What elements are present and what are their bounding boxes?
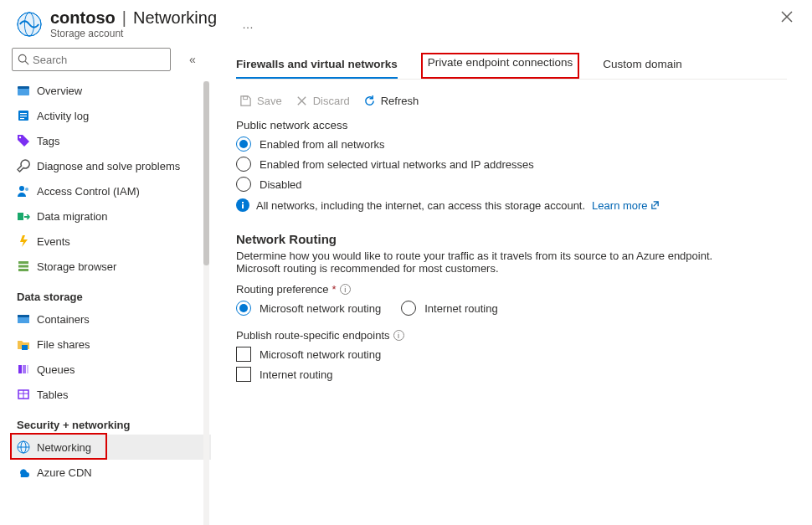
routing-pref-label: Routing preference (236, 283, 329, 296)
svg-rect-16 (18, 265, 28, 268)
public-access-label: Public network access (236, 119, 787, 131)
svg-rect-18 (18, 317, 29, 323)
networking-icon (17, 440, 30, 454)
sidebar-item-label: Queues (37, 363, 75, 376)
learn-more-link[interactable]: Learn more (592, 199, 660, 212)
queues-icon (17, 363, 30, 376)
svg-rect-20 (22, 345, 28, 350)
page-title: contoso | Networking (50, 8, 217, 28)
sidebar-item-tables[interactable]: Tables (12, 382, 211, 407)
file-shares-icon (17, 337, 30, 351)
sidebar-item-containers[interactable]: Containers (12, 306, 211, 332)
radio-all-networks[interactable]: Enabled from all networks (236, 136, 787, 152)
sidebar-item-events[interactable]: Events (12, 229, 211, 254)
overview-icon (17, 84, 30, 97)
account-name: contoso (50, 8, 116, 28)
svg-point-12 (19, 186, 24, 191)
sidebar-scrollbar-thumb[interactable] (203, 81, 209, 265)
radio-internet-routing[interactable]: Internet routing (401, 301, 497, 316)
checkbox-label: Internet routing (260, 368, 332, 381)
data-migration-icon (17, 209, 30, 223)
radio-ms-routing[interactable]: Microsoft network routing (236, 301, 381, 316)
svg-rect-8 (20, 113, 27, 114)
sidebar-item-label: Networking (37, 441, 91, 454)
sidebar-item-label: Containers (37, 313, 90, 326)
checkbox-label: Microsoft network routing (260, 348, 381, 361)
sidebar-item-queues[interactable]: Queues (12, 357, 211, 382)
radio-disabled[interactable]: Disabled (236, 177, 787, 192)
svg-rect-21 (18, 365, 22, 373)
svg-rect-6 (18, 86, 29, 89)
sidebar-item-label: Data migration (37, 210, 108, 223)
sidebar-item-tags[interactable]: Tags (12, 128, 211, 153)
discard-button[interactable]: Discard (296, 95, 350, 107)
close-button[interactable] (780, 10, 795, 25)
svg-rect-22 (23, 365, 26, 373)
svg-point-3 (18, 54, 26, 62)
radio-label: Enabled from selected virtual networks a… (260, 158, 534, 171)
sidebar-item-storage-browser[interactable]: Storage browser (12, 254, 211, 279)
sidebar-item-azure-cdn[interactable]: Azure CDN (12, 460, 211, 485)
info-tooltip-icon[interactable]: i (393, 330, 404, 341)
search-icon (18, 54, 29, 65)
learn-more-label: Learn more (592, 199, 647, 212)
save-button[interactable]: Save (239, 95, 282, 107)
sidebar-scrollbar[interactable] (203, 81, 209, 525)
svg-rect-33 (242, 202, 244, 203)
svg-rect-5 (18, 88, 29, 95)
svg-rect-9 (20, 116, 27, 116)
discard-label: Discard (313, 95, 350, 107)
sidebar-item-label: Access Control (IAM) (37, 185, 140, 198)
cdn-icon (17, 466, 30, 479)
sidebar-item-label: Tables (37, 389, 69, 401)
diagnose-icon (17, 159, 30, 172)
tab-custom-domain[interactable]: Custom domain (603, 54, 682, 79)
radio-selected-networks[interactable]: Enabled from selected virtual networks a… (236, 157, 787, 172)
sidebar-item-data-migration[interactable]: Data migration (12, 203, 211, 229)
radio-label: Disabled (260, 178, 302, 191)
group-data-storage: Data storage (12, 279, 211, 306)
svg-point-13 (25, 188, 28, 191)
svg-rect-32 (242, 204, 244, 208)
tab-private-endpoint[interactable]: Private endpoint connections (421, 53, 579, 79)
sidebar-item-label: Diagnose and solve problems (37, 160, 180, 172)
svg-point-11 (19, 136, 21, 138)
sidebar-item-label: Overview (37, 85, 82, 97)
radio-label: Enabled from all networks (260, 138, 385, 151)
iam-icon (17, 184, 30, 198)
sidebar-item-overview[interactable]: Overview (12, 78, 211, 103)
sidebar-item-networking[interactable]: Networking (12, 435, 211, 460)
search-input[interactable] (29, 54, 165, 66)
info-icon (236, 198, 249, 212)
search-input-wrapper[interactable] (12, 48, 171, 71)
refresh-button[interactable]: Refresh (363, 95, 419, 107)
storage-browser-icon (17, 260, 30, 273)
activity-log-icon (17, 109, 30, 122)
events-icon (17, 234, 30, 248)
collapse-sidebar-button[interactable]: « (189, 53, 196, 66)
sidebar-item-diagnose[interactable]: Diagnose and solve problems (12, 153, 211, 178)
tab-firewalls[interactable]: Firewalls and virtual networks (236, 54, 398, 79)
external-link-icon (650, 199, 660, 212)
sidebar-item-file-shares[interactable]: File shares (12, 332, 211, 357)
storage-account-icon (17, 12, 42, 37)
svg-rect-15 (18, 261, 28, 264)
radio-label: Internet routing (424, 302, 497, 315)
info-tooltip-icon[interactable]: i (340, 284, 351, 295)
containers-icon (17, 312, 30, 326)
sidebar-item-iam[interactable]: Access Control (IAM) (12, 178, 211, 203)
checkbox-internet-routing[interactable]: Internet routing (236, 367, 787, 382)
group-security-networking: Security + networking (12, 407, 211, 435)
page-subtitle: Storage account (50, 28, 217, 39)
discard-icon (296, 95, 308, 107)
routing-heading: Network Routing (236, 232, 787, 246)
info-text: All networks, including the internet, ca… (256, 199, 585, 212)
sidebar-item-label: Activity log (37, 110, 89, 122)
save-icon (239, 95, 252, 107)
svg-rect-10 (20, 118, 24, 119)
page-section: Networking (133, 8, 217, 28)
checkbox-ms-routing[interactable]: Microsoft network routing (236, 347, 787, 362)
sidebar-item-activity-log[interactable]: Activity log (12, 103, 211, 128)
tables-icon (17, 388, 30, 401)
more-actions-button[interactable]: … (242, 18, 254, 31)
